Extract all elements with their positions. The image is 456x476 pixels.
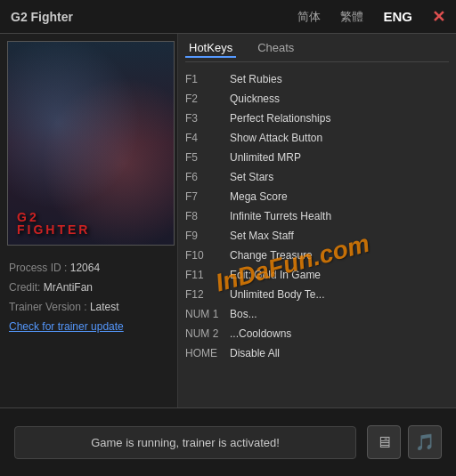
hotkey-item: NUM 2...Cooldowns (185, 324, 449, 343)
hotkey-item: F6Set Stars (185, 167, 449, 187)
process-id-label: Process ID : (9, 262, 67, 274)
process-id-row: Process ID : 12064 (9, 262, 168, 274)
hotkey-label: Disable All (230, 345, 280, 361)
music-icon: 🎵 (415, 432, 435, 452)
lang-traditional-btn[interactable]: 繁體 (337, 7, 367, 27)
tabs: HotKeys Cheats (185, 39, 449, 62)
credit-row: Credit: MrAntiFan (9, 281, 168, 294)
credit-label: Credit: (9, 281, 40, 294)
hotkey-item: F8Infinite Turrets Health (185, 206, 449, 226)
hotkey-key: NUM 1 (185, 306, 230, 322)
title-bar-right: 简体 繁體 ENG ✕ (294, 7, 445, 27)
hotkey-label: Infinite Turrets Health (230, 208, 331, 224)
hotkey-item: F3Perfect Relationships (185, 109, 449, 128)
hotkey-key: F8 (185, 208, 230, 224)
hotkey-label: Set Max Staff (230, 228, 294, 244)
hotkey-label: Edit: Gold In Game (230, 267, 321, 283)
update-link[interactable]: Check for trainer update (9, 320, 124, 333)
hotkey-label: Perfect Relationships (230, 110, 330, 126)
lang-english-btn[interactable]: ENG (379, 7, 416, 26)
game-image: G2 FIGHTER (7, 41, 175, 246)
hotkey-key: F11 (185, 267, 230, 283)
hotkey-item: F5Unlimited MRP (185, 148, 449, 167)
monitor-icon-btn[interactable]: 🖥 (367, 425, 401, 459)
hotkey-label: Unlimited Body Te... (230, 286, 325, 303)
hotkey-item: F7Mega Score (185, 187, 449, 206)
hotkey-item: NUM 1Bos... (185, 304, 449, 324)
hotkey-label: Show Attack Button (230, 130, 322, 146)
close-button[interactable]: ✕ (432, 7, 445, 27)
hotkey-key: F6 (185, 169, 230, 185)
title-bar: G2 Fighter 简体 繁體 ENG ✕ (0, 0, 456, 34)
hotkey-item: F1Set Rubies (185, 69, 449, 89)
monitor-icon: 🖥 (376, 433, 392, 452)
game-logo-main: G2 (17, 211, 90, 223)
hotkey-label: Set Stars (230, 169, 273, 185)
hotkey-key: F5 (185, 149, 230, 165)
hotkey-label: ...Cooldowns (230, 326, 291, 342)
hotkey-key: F10 (185, 247, 230, 263)
music-icon-btn[interactable]: 🎵 (408, 425, 442, 459)
hotkey-key: HOME (185, 345, 230, 361)
tab-hotkeys[interactable]: HotKeys (185, 39, 236, 58)
hotkey-item: F11Edit: Gold In Game (185, 265, 449, 285)
hotkey-key: F3 (185, 110, 230, 126)
hotkey-label: Unlimited MRP (230, 149, 301, 165)
game-logo-sub: FIGHTER (17, 223, 90, 236)
info-section: Process ID : 12064 Credit: MrAntiFan Tra… (0, 253, 177, 407)
hotkey-item: F10Change Treasure (185, 246, 449, 265)
hotkey-key: F7 (185, 189, 230, 205)
game-logo: G2 FIGHTER (17, 211, 90, 236)
credit-value: MrAntiFan (44, 281, 93, 294)
left-panel: G2 FIGHTER Process ID : 12064 Credit: Mr… (0, 34, 178, 407)
hotkey-key: F1 (185, 71, 230, 87)
hotkey-key: NUM 2 (185, 326, 230, 342)
hotkey-item: HOMEDisable All (185, 343, 449, 363)
hotkey-item: F4Show Attack Button (185, 128, 449, 148)
hotkey-label: Quickness (230, 91, 280, 107)
hotkey-item: F2Quickness (185, 89, 449, 109)
version-value: Latest (90, 301, 119, 313)
hotkey-label: Change Treasure (230, 247, 313, 263)
hotkey-label: Bos... (230, 306, 257, 322)
hotkey-label: Set Rubies (230, 71, 282, 87)
bottom-icons: 🖥 🎵 (367, 425, 442, 459)
hotkey-key: F9 (185, 228, 230, 244)
status-message: Game is running, trainer is activated! (14, 426, 356, 459)
hotkey-label: Mega Score (230, 189, 288, 205)
hotkey-list: F1Set RubiesF2QuicknessF3Perfect Relatio… (185, 69, 449, 402)
right-panel: HotKeys Cheats F1Set RubiesF2QuicknessF3… (178, 34, 456, 407)
version-label: Trainer Version : (9, 301, 87, 313)
tab-cheats[interactable]: Cheats (254, 39, 297, 58)
hotkey-item: F12Unlimited Body Te... (185, 285, 449, 304)
main-content: G2 FIGHTER Process ID : 12064 Credit: Mr… (0, 34, 456, 407)
app-title: G2 Fighter (11, 10, 294, 24)
hotkey-key: F12 (185, 286, 230, 303)
lang-simplified-btn[interactable]: 简体 (294, 7, 324, 27)
hotkey-key: F4 (185, 130, 230, 146)
hotkey-key: F2 (185, 91, 230, 107)
bottom-bar: Game is running, trainer is activated! 🖥… (0, 407, 456, 476)
process-id-value: 12064 (70, 262, 100, 274)
update-row: Check for trainer update (9, 320, 168, 333)
version-row: Trainer Version : Latest (9, 301, 168, 313)
hotkey-item: F9Set Max Staff (185, 226, 449, 246)
